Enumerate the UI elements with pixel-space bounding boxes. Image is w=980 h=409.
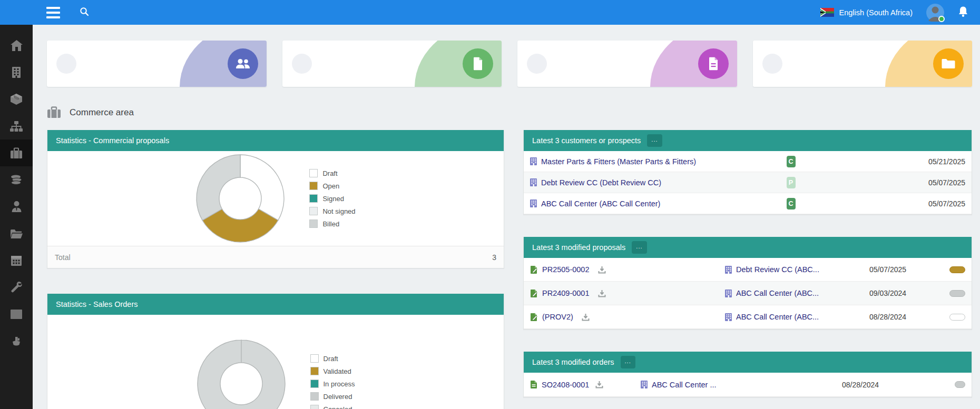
total-row: Total 3 xyxy=(47,246,504,268)
bell-icon[interactable] xyxy=(958,6,968,19)
legend-item: Billed xyxy=(309,220,355,228)
legend-swatch xyxy=(310,380,319,388)
more-button[interactable]: ... xyxy=(632,241,646,254)
sidebar-item-projects[interactable] xyxy=(0,113,33,139)
home-icon xyxy=(10,39,23,52)
proposal-ref-link[interactable]: (PROV2) xyxy=(542,313,573,321)
briefcase-icon xyxy=(47,106,61,119)
kpi-count xyxy=(292,54,312,74)
search-icon[interactable] xyxy=(79,6,90,19)
legend-item: Validated xyxy=(310,367,355,375)
section-title: Commerce area xyxy=(70,107,134,118)
sidebar-item-commerce[interactable] xyxy=(0,139,33,166)
more-button[interactable]: ... xyxy=(621,356,635,368)
order-icon xyxy=(530,380,537,389)
download-icon[interactable] xyxy=(595,381,603,388)
latest-orders-panel: Latest 3 modified orders ... SO2408-0001… xyxy=(523,352,972,397)
sidebar-item-third-parties[interactable] xyxy=(0,59,33,86)
proposal-ref-link[interactable]: PR2505-0002 xyxy=(542,265,590,274)
download-icon[interactable] xyxy=(582,313,590,321)
legend-label: Signed xyxy=(322,195,344,203)
status-pill xyxy=(955,381,965,388)
user-avatar[interactable] xyxy=(926,4,944,22)
legend-item: Draft xyxy=(310,354,355,363)
sidebar-item-hr[interactable] xyxy=(0,193,33,220)
sidebar-item-home[interactable] xyxy=(0,32,33,59)
table-row: Debt Review CC (Debt Review CC) P 05/07/… xyxy=(524,172,972,193)
total-label: Total xyxy=(55,253,71,262)
sidebar-item-documents[interactable] xyxy=(0,220,33,247)
table-row: Master Parts & Fitters (Master Parts & F… xyxy=(524,151,972,172)
status-badge: C xyxy=(787,198,796,210)
legend-swatch xyxy=(309,194,318,203)
file-lines-icon xyxy=(698,48,729,79)
customers-table: Master Parts & Fitters (Master Parts & F… xyxy=(524,151,972,214)
left-sidebar xyxy=(0,25,33,409)
table-row: SO2408-0001 ABC Call Center ... 08/28/20… xyxy=(524,373,972,397)
kpi-card-projects[interactable] xyxy=(282,41,502,87)
kpi-count xyxy=(56,54,76,74)
status-badge: C xyxy=(787,156,796,167)
row-date: 08/28/2024 xyxy=(869,313,906,321)
legend-label: Not signed xyxy=(322,207,355,215)
sidebar-item-agenda[interactable] xyxy=(0,247,33,274)
legend-item: Not signed xyxy=(309,207,355,215)
legend-swatch xyxy=(310,367,319,375)
legend-swatch xyxy=(309,220,318,228)
chart-legend: Draft Open Signed Not signed Billed xyxy=(309,169,355,228)
legend-label: Validated xyxy=(324,367,351,375)
legend-item: Canceled xyxy=(310,405,355,409)
company-link[interactable]: Debt Review CC (ABC... xyxy=(736,265,819,274)
legend-label: In process xyxy=(324,380,355,388)
proposals-donut-chart: Draft Open Signed Not signed Billed xyxy=(47,151,504,246)
company-link[interactable]: ABC Call Center (ABC... xyxy=(736,313,819,321)
company-link[interactable]: ABC Call Center (ABC... xyxy=(736,289,819,297)
row-date: 08/28/2024 xyxy=(842,381,879,389)
ship-icon xyxy=(11,336,23,346)
kpi-card-commercial-proposals[interactable] xyxy=(517,41,737,87)
stats-orders-panel: Statistics - Sales Orders Draft Validate… xyxy=(47,294,504,409)
latest-proposals-panel: Latest 3 modified proposals ... PR2505-0… xyxy=(523,237,972,330)
sidebar-item-products[interactable] xyxy=(0,86,33,113)
calendar-icon xyxy=(11,254,22,266)
legend-label: Draft xyxy=(324,355,338,363)
cube-icon xyxy=(10,93,23,105)
south-africa-flag-icon xyxy=(820,8,834,17)
square-icon xyxy=(11,310,22,319)
legend-swatch xyxy=(309,207,318,215)
kpi-card-customer-invoices[interactable] xyxy=(753,41,973,87)
table-title: Latest 3 modified proposals xyxy=(532,243,625,252)
more-button[interactable]: ... xyxy=(647,134,662,147)
customer-link[interactable]: ABC Call Center (ABC Call Center) xyxy=(541,199,660,208)
legend-item: Signed xyxy=(309,194,355,203)
sidebar-item-billing[interactable] xyxy=(0,166,33,193)
proposal-ref-link[interactable]: PR2409-0001 xyxy=(542,289,590,297)
order-ref-link[interactable]: SO2408-0001 xyxy=(542,381,589,389)
table-title: Latest 3 modified orders xyxy=(532,358,614,366)
file-icon xyxy=(463,48,493,79)
sidebar-item-ship[interactable] xyxy=(0,327,33,354)
download-icon[interactable] xyxy=(598,266,606,274)
legend-label: Canceled xyxy=(324,405,352,409)
status-pill xyxy=(949,314,965,321)
sidebar-item-tools[interactable] xyxy=(0,274,33,301)
table-row: PR2409-0001 ABC Call Center (ABC... 09/0… xyxy=(524,282,972,305)
download-icon[interactable] xyxy=(598,290,606,297)
hamburger-menu-icon[interactable] xyxy=(46,4,64,22)
orders-table: SO2408-0001 ABC Call Center ... 08/28/20… xyxy=(524,373,972,397)
table-title: Latest 3 customers or prospects xyxy=(532,136,641,145)
kpi-card-third-party[interactable] xyxy=(47,41,267,87)
customer-link[interactable]: Master Parts & Fitters (Master Parts & F… xyxy=(541,157,696,166)
donut-chart xyxy=(195,154,285,243)
language-selector[interactable]: English (South Africa) xyxy=(820,8,913,17)
row-date: 09/03/2024 xyxy=(869,289,906,297)
sidebar-item-modules[interactable] xyxy=(0,301,33,327)
kpi-cards-row xyxy=(47,41,972,87)
coins-icon xyxy=(10,174,23,186)
briefcase-icon xyxy=(10,147,23,159)
legend-item: Draft xyxy=(309,169,355,177)
status-pill xyxy=(949,290,965,297)
company-link[interactable]: ABC Call Center ... xyxy=(652,381,717,389)
customer-link[interactable]: Debt Review CC (Debt Review CC) xyxy=(541,178,661,187)
table-row: PR2505-0002 Debt Review CC (ABC... 05/07… xyxy=(524,258,972,282)
